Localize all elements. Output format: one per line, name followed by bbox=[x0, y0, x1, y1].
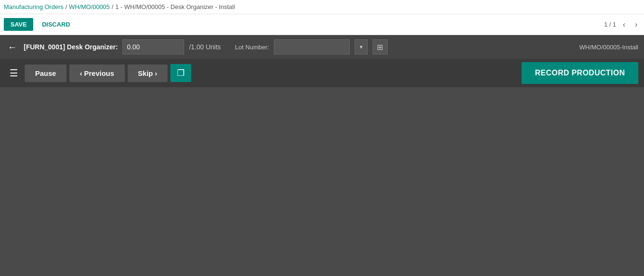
chevron-left-icon: ‹ bbox=[80, 69, 82, 77]
pause-button[interactable]: Pause bbox=[25, 64, 66, 82]
pagination-current: 1 bbox=[604, 21, 607, 28]
menu-button[interactable]: ☰ bbox=[6, 64, 22, 82]
lot-dropdown-button[interactable]: ▾ bbox=[355, 39, 368, 55]
discard-button[interactable]: DISCARD bbox=[37, 18, 75, 31]
copy-icon: ❐ bbox=[177, 68, 185, 78]
copy-button[interactable]: ❐ bbox=[170, 64, 191, 82]
plus-icon: ⊞ bbox=[377, 43, 383, 52]
action-bar: SAVE DISCARD 1 / 1 ‹ › bbox=[0, 14, 644, 35]
lot-number-label: Lot Number: bbox=[235, 44, 269, 51]
breadcrumb-sep-2: / bbox=[112, 3, 113, 10]
wo-reference: WH/MO/00005-Install bbox=[579, 44, 638, 51]
record-production-button[interactable]: RECORD PRODUCTION bbox=[522, 62, 638, 84]
breadcrumb-current: 1 - WH/MO/00005 - Desk Organizer - Insta… bbox=[115, 3, 235, 10]
pagination-total: 1 bbox=[613, 21, 616, 28]
product-name: [FURN_0001] Desk Organizer: bbox=[24, 43, 118, 51]
product-bar: ← [FURN_0001] Desk Organizer: /1.00 Unit… bbox=[0, 35, 644, 59]
breadcrumb-link-wo[interactable]: WH/MO/00005 bbox=[69, 3, 110, 10]
breadcrumb-bar: Manufacturing Orders / WH/MO/00005 / 1 -… bbox=[0, 0, 644, 14]
skip-label: Skip bbox=[138, 69, 153, 77]
breadcrumb-sep-1: / bbox=[65, 3, 67, 10]
qty-input[interactable] bbox=[122, 39, 184, 55]
pagination-next-button[interactable]: › bbox=[632, 19, 640, 30]
pagination-info: 1 / 1 bbox=[604, 21, 616, 28]
save-button[interactable]: SAVE bbox=[4, 18, 33, 31]
add-lot-button[interactable]: ⊞ bbox=[373, 39, 388, 55]
chevron-right-icon: › bbox=[155, 69, 157, 77]
controls-bar: ☰ Pause ‹ Previous Skip › ❐ RECORD PRODU… bbox=[0, 59, 644, 87]
previous-label: Previous bbox=[84, 69, 114, 77]
pagination-prev-button[interactable]: ‹ bbox=[620, 19, 628, 30]
lot-number-input[interactable] bbox=[274, 39, 350, 55]
pagination-separator: / bbox=[609, 21, 611, 28]
chevron-down-icon: ▾ bbox=[360, 44, 363, 50]
previous-button[interactable]: ‹ Previous bbox=[69, 64, 124, 82]
qty-units: /1.00 Units bbox=[189, 43, 221, 51]
skip-button[interactable]: Skip › bbox=[128, 64, 168, 82]
main-content-area bbox=[0, 87, 644, 276]
back-button[interactable]: ← bbox=[6, 40, 19, 55]
breadcrumb-link-manufacturing-orders[interactable]: Manufacturing Orders bbox=[4, 3, 64, 10]
